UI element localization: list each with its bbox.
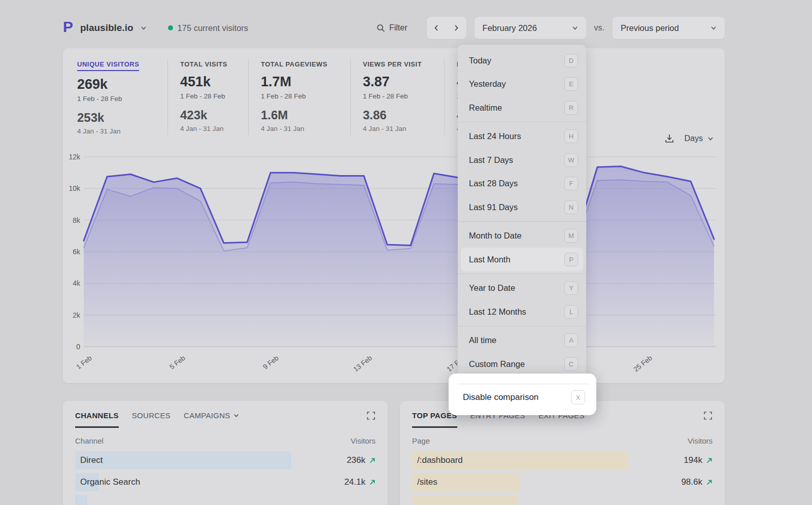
- menu-item-year-to-date[interactable]: Year to DateY: [458, 277, 586, 300]
- column-header: Page: [412, 436, 430, 445]
- disable-comparison-popup: Disable comparison X: [449, 374, 596, 415]
- stat-prev-value: 1.6M: [261, 108, 343, 122]
- plausible-logo-icon: P: [63, 19, 73, 35]
- menu-item-custom-range[interactable]: Custom RangeC: [458, 352, 586, 376]
- menu-item-label: Last 28 Days: [469, 179, 518, 188]
- current-visitors-label: 175 current visitors: [178, 23, 248, 33]
- stat-period: 1 Feb - 28 Feb: [180, 92, 241, 100]
- table-row-dashboard[interactable]: /:dashboard194k: [412, 451, 713, 469]
- next-period-arrow-button[interactable]: [447, 17, 466, 39]
- stat-tab-total-pageviews[interactable]: TOTAL PAGEVIEWS1.7M1 Feb - 28 Feb1.6M4 J…: [248, 59, 350, 135]
- chevron-down-icon: [572, 25, 578, 31]
- tab-campaigns[interactable]: CAMPAIGNS: [184, 411, 239, 420]
- pages-rows: /:dashboard194k/sites98.6k: [412, 451, 713, 505]
- tab-sources[interactable]: SOURCES: [132, 411, 171, 420]
- x-axis-tick-label: 13 Feb: [352, 354, 373, 374]
- row-value-text: 24.1k: [344, 477, 365, 487]
- table-row-organic-search[interactable]: Organic Search24.1k: [75, 473, 376, 491]
- comparison-select[interactable]: Previous period: [613, 17, 725, 39]
- stats-row: UNIQUE VISITORS269k1 Feb - 28 Feb253k4 J…: [63, 48, 725, 135]
- menu-item-label: Month to Date: [469, 231, 522, 241]
- stat-label-wrap: UNIQUE VISITORS: [77, 59, 160, 71]
- vs-label: vs.: [594, 23, 604, 32]
- current-visitors[interactable]: 175 current visitors: [168, 23, 248, 33]
- main-dashboard-card: UNIQUE VISITORS269k1 Feb - 28 Feb253k4 J…: [63, 48, 725, 383]
- tab-channels[interactable]: CHANNELS: [75, 411, 119, 420]
- shortcut-key-badge: R: [564, 101, 578, 115]
- menu-item-last-12-months[interactable]: Last 12 MonthsL: [458, 300, 586, 324]
- trend-up-icon: [369, 479, 376, 486]
- menu-item-realtime[interactable]: RealtimeR: [458, 96, 586, 120]
- stat-label: TOTAL VISITS: [180, 60, 227, 68]
- menu-divider: [458, 326, 586, 326]
- stat-tab-views-per-visit[interactable]: VIEWS PER VISIT3.871 Feb - 28 Feb3.864 J…: [350, 59, 444, 135]
- row-value-text: 236k: [347, 455, 365, 465]
- shortcut-key-badge: L: [564, 305, 578, 319]
- shortcut-key-badge: W: [564, 153, 578, 167]
- row-value: 98.6k: [681, 477, 713, 487]
- row-label: Direct: [75, 455, 103, 465]
- menu-item-label: Last 12 Months: [469, 307, 526, 317]
- stat-value: 269k: [77, 77, 160, 92]
- menu-item-last-24-hours[interactable]: Last 24 HoursH: [458, 125, 586, 149]
- stat-value: 3.87: [363, 74, 437, 90]
- row-value-text: 194k: [684, 455, 702, 465]
- stat-period: 1 Feb - 28 Feb: [261, 92, 343, 100]
- y-axis-tick-label: 2k: [73, 311, 81, 319]
- filter-button[interactable]: Filter: [377, 23, 408, 32]
- menu-item-last-28-days[interactable]: Last 28 DaysF: [458, 172, 586, 196]
- channels-card: CHANNELSSOURCESCAMPAIGNS Channel Visitor…: [63, 401, 388, 505]
- chevron-left-icon: [433, 24, 439, 31]
- expand-icon[interactable]: [703, 411, 713, 420]
- menu-item-today[interactable]: TodayD: [458, 49, 586, 73]
- table-row-item[interactable]: [412, 495, 713, 505]
- menu-item-yesterday[interactable]: YesterdayE: [458, 73, 586, 96]
- menu-divider: [458, 274, 586, 274]
- date-range-menu: TodayDYesterdayERealtimeRLast 24 HoursHL…: [458, 45, 586, 386]
- table-row-item[interactable]: [75, 495, 376, 505]
- tab-label: CAMPAIGNS: [184, 411, 230, 420]
- menu-item-label: Last 7 Days: [469, 155, 513, 165]
- shortcut-key-badge: A: [564, 333, 578, 347]
- stat-prev-value: 253k: [77, 111, 160, 125]
- stat-period: 1 Feb - 28 Feb: [363, 92, 437, 100]
- table-header: Channel Visitors: [75, 436, 376, 445]
- table-row-direct[interactable]: Direct236k: [75, 451, 376, 469]
- shortcut-key-badge: C: [564, 357, 578, 371]
- shortcut-key-badge: F: [564, 177, 578, 190]
- shortcut-key-badge: Y: [564, 281, 578, 295]
- interval-select[interactable]: Days: [685, 134, 714, 143]
- live-dot-icon: [168, 25, 173, 30]
- visitors-chart[interactable]: 02k4k6k8k10k12k1 Feb5 Feb9 Feb13 Feb17 F…: [69, 151, 719, 378]
- menu-item-last-month[interactable]: Last MonthP: [461, 248, 583, 272]
- date-range-select[interactable]: February 2026: [475, 17, 586, 39]
- x-axis-tick-label: 25 Feb: [632, 354, 653, 374]
- menu-divider: [458, 122, 586, 122]
- menu-item-month-to-date[interactable]: Month to DateM: [458, 224, 586, 248]
- menu-item-all-time[interactable]: All timeA: [458, 329, 586, 353]
- menu-item-last-91-days[interactable]: Last 91 DaysN: [458, 195, 586, 219]
- stat-tab-unique-visitors[interactable]: UNIQUE VISITORS269k1 Feb - 28 Feb253k4 J…: [77, 59, 167, 135]
- stat-prev-period: 4 Jan - 31 Jan: [77, 127, 160, 135]
- interval-label: Days: [685, 134, 703, 143]
- menu-item-last-7-days[interactable]: Last 7 DaysW: [458, 148, 586, 172]
- download-icon[interactable]: [664, 133, 674, 144]
- menu-item-disable-comparison[interactable]: Disable comparison X: [449, 384, 596, 411]
- table-row-sites[interactable]: /sites98.6k: [412, 473, 713, 491]
- shortcut-key-badge: M: [564, 229, 578, 243]
- menu-item-label: Today: [469, 56, 491, 65]
- trend-up-icon: [706, 457, 713, 464]
- shortcut-key-badge: D: [564, 54, 578, 68]
- row-value-text: 98.6k: [681, 477, 702, 487]
- shortcut-key-badge: N: [564, 200, 578, 214]
- stat-prev-period: 4 Jan - 31 Jan: [261, 125, 343, 132]
- stat-tab-total-visits[interactable]: TOTAL VISITS451k1 Feb - 28 Feb423k4 Jan …: [167, 59, 248, 135]
- site-switcher[interactable]: plausible.io: [80, 22, 133, 33]
- expand-icon[interactable]: [366, 411, 376, 420]
- stat-label-wrap: TOTAL VISITS: [180, 59, 241, 69]
- search-icon: [377, 24, 385, 32]
- previous-period-arrow-button[interactable]: [427, 17, 447, 39]
- shortcut-key-badge: E: [564, 77, 578, 91]
- row-label: /:dashboard: [412, 455, 463, 465]
- period-stepper: [427, 17, 466, 39]
